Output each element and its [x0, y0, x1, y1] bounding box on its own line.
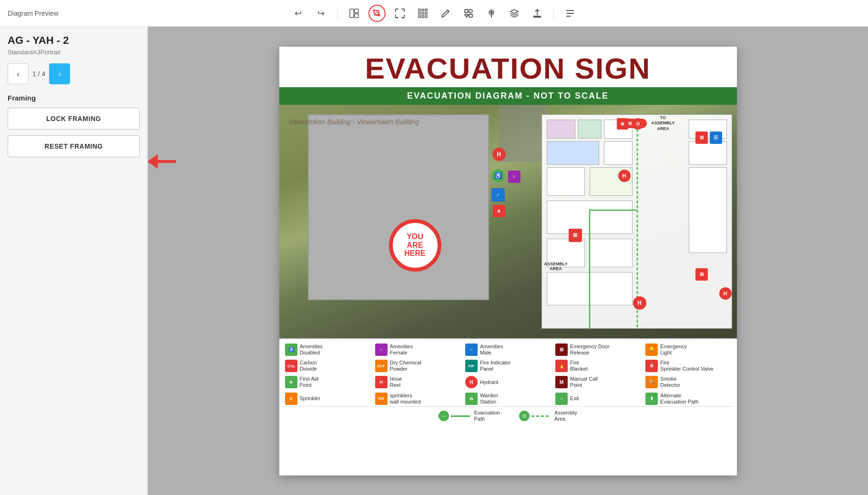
- legend-item-fire-blanket: 🔥 FireBlanket: [553, 358, 643, 374]
- emergency-light-icon: 💡: [645, 343, 658, 356]
- map-container: Viewertoken Building - Viewertoken Build…: [279, 105, 737, 338]
- hydrant-label: Hydrant: [480, 379, 499, 385]
- manual-call-label: Manual CallPoint: [570, 376, 598, 388]
- emergency-light-label: EmergencyLight: [660, 343, 687, 356]
- grid-button[interactable]: [414, 5, 431, 22]
- fire-extinguisher-map: ⊙: [632, 118, 643, 130]
- legend-item-fire-panel: FIP Fire IndicatorPanel: [463, 358, 552, 374]
- pen-button[interactable]: [437, 5, 454, 22]
- svg-rect-2: [355, 14, 358, 18]
- legend-item-amenities-disabled: ♿ AmenitiesDisabled: [283, 342, 372, 357]
- svg-rect-15: [469, 14, 472, 17]
- you-are-here-marker: YOU ARE HERE: [389, 219, 441, 272]
- evac-path-circle: →: [439, 411, 449, 421]
- app-title: Diagram Preview: [8, 10, 59, 17]
- to-assembly-label: TOASSEMBLYAREA: [651, 115, 674, 132]
- legend-item-first-aid: + First AidPoint: [283, 374, 372, 390]
- sprinkler-wall-label: sprinklerswall mounted: [390, 393, 421, 405]
- accessible-icon: ♿: [491, 169, 505, 182]
- fire-blanket-label: FireBlanket: [570, 360, 588, 372]
- legend-item-smoke: 🔍 SmokeDetector: [643, 374, 733, 390]
- evacuation-paths: [542, 115, 732, 328]
- warden-label: WardenStation: [480, 393, 498, 405]
- smoke-label: SmokeDetector: [660, 376, 680, 388]
- alt-evac-label: AlternateEvacuation Path: [660, 393, 698, 405]
- svg-rect-4: [419, 9, 420, 11]
- crop-button[interactable]: [368, 5, 386, 22]
- expand-button[interactable]: [391, 5, 408, 22]
- next-page-button[interactable]: ›: [49, 63, 70, 84]
- undo-button[interactable]: ↩: [290, 5, 307, 22]
- reset-framing-button[interactable]: RESET FRAMING: [8, 135, 140, 157]
- evac-path-label: EvacuationPath: [474, 410, 500, 422]
- svg-rect-5: [422, 9, 424, 11]
- upload-button[interactable]: [529, 5, 546, 22]
- amenities-female-icon: ♀: [375, 343, 388, 356]
- svg-rect-10: [419, 16, 420, 18]
- sprinkler-valve-icon: ⚙: [645, 360, 658, 372]
- amenities-disabled-label: AmenitiesDisabled: [300, 343, 323, 356]
- male-icon: ♂: [491, 188, 505, 202]
- legend-row-3: + First AidPoint H HoseReel H Hydrant: [283, 374, 733, 390]
- diagram-subtitle: StandardA3Portrait: [8, 49, 140, 56]
- fire-panel-label: Fire IndicatorPanel: [480, 360, 511, 372]
- dcp-icon: DCP: [375, 360, 388, 372]
- evacuation-sign-title: EVACUATION SIGN: [279, 47, 737, 87]
- svg-rect-0: [350, 9, 354, 18]
- female-icon: ♀: [508, 171, 521, 183]
- svg-point-17: [490, 11, 492, 13]
- hydrant-map-icon-top: H: [492, 148, 506, 161]
- legend-item-hydrant: H Hydrant: [463, 374, 552, 390]
- lock-framing-arrow: [147, 154, 176, 169]
- fire-icon-4: ⊞: [695, 268, 708, 281]
- legend-item-alt-evac: ⬆ AlternateEvacuation Path: [643, 391, 733, 406]
- shape-button[interactable]: [460, 5, 477, 22]
- fire-blanket-icon: 🔥: [555, 360, 568, 372]
- svg-rect-12: [425, 16, 427, 18]
- prev-page-button[interactable]: ‹: [8, 63, 29, 84]
- svg-rect-8: [422, 12, 424, 14]
- page-indicator: 1 / 4: [32, 70, 45, 78]
- fire-panel-icon: FIP: [465, 360, 478, 372]
- hydrant-left: ⊞: [569, 229, 582, 242]
- assembly-path-item: ⊙ AssemblyArea: [519, 410, 577, 422]
- hose-label: HoseReel: [390, 376, 402, 388]
- legend-item-manual-call: M Manual CallPoint: [553, 374, 643, 390]
- menu-button[interactable]: [562, 5, 579, 22]
- legend-item-emergency-light: 💡 EmergencyLight: [643, 342, 733, 357]
- layout-button[interactable]: [346, 5, 363, 22]
- manual-call-icon: M: [555, 376, 568, 388]
- evac-path-line: [451, 415, 470, 417]
- hydrant-bottom-right: H: [633, 296, 646, 310]
- amenities-female-label: AmenitiesFemale: [390, 343, 413, 356]
- lock-framing-button[interactable]: LOCK FRAMING: [8, 108, 140, 130]
- emergency-door-label: Emergency DoorRelease: [570, 343, 610, 356]
- watermark-text: Viewertoken Building - Viewertoken Build…: [289, 118, 419, 126]
- svg-rect-6: [425, 9, 427, 11]
- redo-button[interactable]: ↪: [313, 5, 330, 22]
- legend-row-4: S Sprinkler SW sprinklerswall mounted W …: [283, 391, 733, 406]
- arrow-indicator: [147, 154, 176, 169]
- first-aid-label: First AidPoint: [300, 376, 319, 388]
- layers-button[interactable]: [506, 5, 523, 22]
- assembly-path-line: [531, 415, 551, 417]
- hydrant-icon-2: H: [719, 287, 732, 300]
- path-legend: → EvacuationPath ⊙ Assem: [283, 406, 733, 424]
- assembly-path-visual: ⊙: [519, 411, 551, 421]
- legend-item-amenities-male: ♂ AmenitiesMale: [463, 342, 552, 357]
- warden-icon: W: [465, 393, 478, 405]
- svg-point-14: [469, 10, 472, 13]
- sprinkler-wall-icon: SW: [375, 393, 388, 405]
- bottom-legend: ♿ AmenitiesDisabled ♀ AmenitiesFemale ♂ …: [279, 338, 737, 427]
- legend-item-warden: W WardenStation: [463, 391, 552, 406]
- legend-item-amenities-female: ♀ AmenitiesFemale: [373, 342, 462, 357]
- legend-rows: ♿ AmenitiesDisabled ♀ AmenitiesFemale ♂ …: [283, 342, 733, 407]
- svg-rect-11: [422, 16, 424, 18]
- fire-icon-3: ⊞: [695, 131, 708, 144]
- emergency-door-map: ⊞: [617, 118, 628, 130]
- amenities-disabled-icon: ♿: [285, 343, 297, 356]
- pin-button[interactable]: [483, 5, 500, 22]
- first-aid-icon-map: +: [493, 205, 505, 217]
- diagram-title: AG - YAH - 2: [8, 34, 140, 47]
- toolbar-separator-2: [553, 7, 554, 20]
